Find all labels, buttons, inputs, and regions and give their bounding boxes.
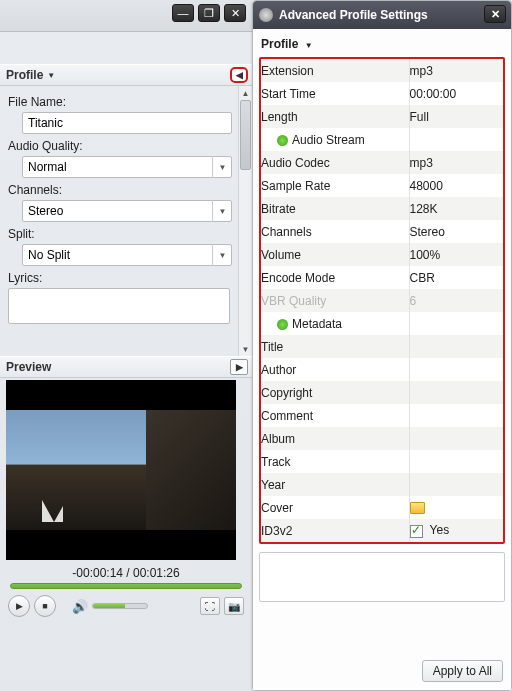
setting-value[interactable]: 00:00:00 [409, 82, 503, 105]
setting-key: VBR Quality [261, 294, 326, 308]
description-box[interactable] [259, 552, 505, 602]
settings-row[interactable]: Year [261, 473, 503, 496]
chevron-down-icon[interactable]: ▼ [212, 200, 232, 222]
setting-value[interactable] [409, 427, 503, 450]
settings-row[interactable]: Album [261, 427, 503, 450]
setting-value[interactable]: CBR [409, 266, 503, 289]
setting-key: Cover [261, 501, 293, 515]
settings-row[interactable]: Audio Stream [261, 128, 503, 151]
setting-key: Volume [261, 248, 301, 262]
settings-table-highlight: Extension mp3Start Time 00:00:00Length F… [259, 57, 505, 544]
setting-value[interactable]: 128K [409, 197, 503, 220]
setting-key: Encode Mode [261, 271, 335, 285]
dropdown-icon: ▼ [305, 41, 313, 50]
collapse-left-button[interactable]: ◀ [230, 67, 248, 83]
setting-value[interactable]: Full [409, 105, 503, 128]
channels-select[interactable] [22, 200, 232, 222]
setting-value[interactable] [409, 404, 503, 427]
file-name-input[interactable] [22, 112, 232, 134]
advanced-settings-panel: Advanced Profile Settings ✕ Profile ▼ Ex… [252, 0, 512, 691]
settings-row[interactable]: VBR Quality 6 [261, 289, 503, 312]
settings-row[interactable]: Cover [261, 496, 503, 519]
profile-dropdown[interactable]: Profile ▼ [253, 29, 511, 57]
setting-value[interactable] [409, 450, 503, 473]
profile-form: File Name: Audio Quality: ▼ Channels: ▼ … [0, 86, 252, 356]
volume-slider[interactable] [92, 603, 148, 609]
setting-key: Extension [261, 64, 314, 78]
setting-value[interactable]: 48000 [409, 174, 503, 197]
minimize-button[interactable]: — [172, 4, 194, 22]
setting-value[interactable]: Yes [409, 519, 503, 542]
setting-value[interactable]: 100% [409, 243, 503, 266]
preview-section-header[interactable]: Preview ▶ [0, 356, 252, 378]
settings-row[interactable]: Channels Stereo [261, 220, 503, 243]
settings-row[interactable]: Metadata [261, 312, 503, 335]
apply-to-all-button[interactable]: Apply to All [422, 660, 503, 682]
setting-value[interactable] [409, 335, 503, 358]
channels-label: Channels: [8, 183, 246, 197]
gear-icon [259, 8, 273, 22]
setting-value[interactable] [409, 381, 503, 404]
settings-row[interactable]: Comment [261, 404, 503, 427]
close-button[interactable]: ✕ [224, 4, 246, 22]
form-scrollbar[interactable]: ▲ ▼ [238, 86, 252, 356]
setting-value[interactable]: mp3 [409, 59, 503, 82]
dropdown-icon: ▼ [47, 71, 55, 80]
setting-value[interactable] [409, 128, 503, 151]
maximize-button[interactable]: ❐ [198, 4, 220, 22]
advanced-close-button[interactable]: ✕ [484, 5, 506, 23]
expand-preview-button[interactable]: ▶ [230, 359, 248, 375]
settings-row[interactable]: ID3v2 Yes [261, 519, 503, 542]
settings-row[interactable]: Extension mp3 [261, 59, 503, 82]
fullscreen-button[interactable]: ⛶ [200, 597, 220, 615]
setting-value[interactable] [409, 496, 503, 519]
play-button[interactable]: ▶ [8, 595, 30, 617]
setting-value[interactable] [409, 312, 503, 335]
setting-value[interactable]: mp3 [409, 151, 503, 174]
settings-row[interactable]: Copyright [261, 381, 503, 404]
setting-key: Copyright [261, 386, 312, 400]
chevron-down-icon[interactable]: ▼ [212, 156, 232, 178]
setting-key: Channels [261, 225, 312, 239]
scroll-up-icon[interactable]: ▲ [239, 86, 252, 100]
settings-row[interactable]: Volume 100% [261, 243, 503, 266]
audio-quality-select[interactable] [22, 156, 232, 178]
settings-row[interactable]: Track [261, 450, 503, 473]
lyrics-label: Lyrics: [8, 271, 246, 285]
setting-key: Start Time [261, 87, 316, 101]
folder-icon[interactable] [410, 502, 425, 514]
setting-value[interactable] [409, 473, 503, 496]
settings-row[interactable]: Author [261, 358, 503, 381]
snapshot-button[interactable]: 📷 [224, 597, 244, 615]
setting-value[interactable]: Stereo [409, 220, 503, 243]
expand-icon[interactable] [277, 319, 288, 330]
volume-icon[interactable]: 🔊 [72, 599, 88, 614]
setting-key: Sample Rate [261, 179, 330, 193]
setting-key: Year [261, 478, 285, 492]
setting-value[interactable] [409, 358, 503, 381]
stop-button[interactable]: ■ [34, 595, 56, 617]
settings-row[interactable]: Encode Mode CBR [261, 266, 503, 289]
setting-key: Comment [261, 409, 313, 423]
settings-row[interactable]: Length Full [261, 105, 503, 128]
chevron-down-icon[interactable]: ▼ [212, 244, 232, 266]
profile-section-header[interactable]: Profile ▼ ◀ [0, 64, 252, 86]
checkbox-icon[interactable] [410, 525, 423, 538]
advanced-titlebar: Advanced Profile Settings ✕ [253, 1, 511, 29]
file-name-label: File Name: [8, 95, 246, 109]
settings-row[interactable]: Title [261, 335, 503, 358]
setting-key: ID3v2 [261, 524, 292, 538]
split-label: Split: [8, 227, 246, 241]
settings-row[interactable]: Bitrate 128K [261, 197, 503, 220]
scroll-thumb[interactable] [240, 100, 251, 170]
split-select[interactable] [22, 244, 232, 266]
lyrics-textarea[interactable] [8, 288, 230, 324]
player-controls: ▶ ■ 🔊 ⛶ 📷 [0, 589, 252, 623]
settings-row[interactable]: Audio Codec mp3 [261, 151, 503, 174]
settings-row[interactable]: Start Time 00:00:00 [261, 82, 503, 105]
expand-icon[interactable] [277, 135, 288, 146]
settings-row[interactable]: Sample Rate 48000 [261, 174, 503, 197]
scroll-down-icon[interactable]: ▼ [239, 342, 252, 356]
setting-key: Audio Codec [261, 156, 330, 170]
setting-value[interactable]: 6 [409, 289, 503, 312]
